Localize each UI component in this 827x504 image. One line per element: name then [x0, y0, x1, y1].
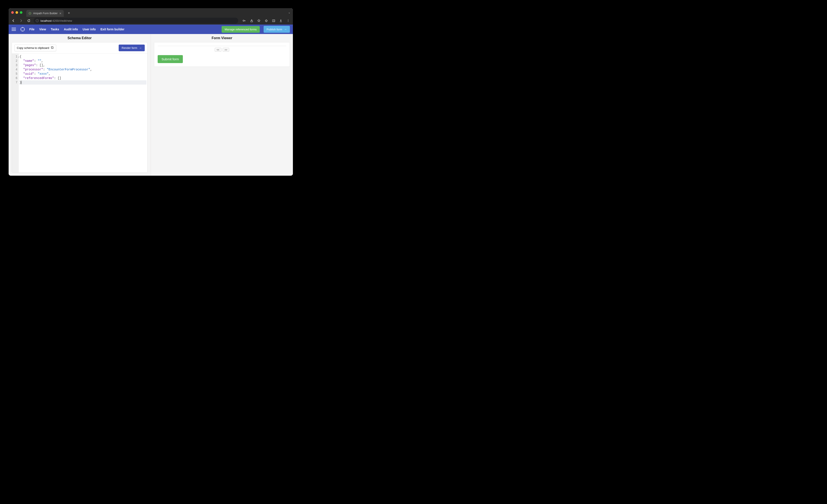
menu-user-info[interactable]: User info [83, 28, 96, 31]
browser-tab[interactable]: Ampath Form Builder ✕ [26, 10, 64, 17]
svg-point-9 [288, 21, 288, 22]
code-editor[interactable]: 1▾234567 { "name": "", "pages": [], "pro… [12, 54, 147, 172]
menu-tasks[interactable]: Tasks [51, 28, 59, 31]
copy-schema-label: Copy schema to clipboard [17, 46, 49, 50]
form-viewer-title: Form Viewer [151, 34, 293, 42]
menu-exit[interactable]: Exit form builder [100, 28, 124, 31]
extensions-icon[interactable] [263, 18, 269, 24]
copy-icon [51, 46, 54, 50]
tab-close-icon[interactable]: ✕ [59, 12, 62, 15]
svg-point-2 [243, 20, 244, 21]
form-viewer-panel: Form Viewer << >> Submit form [151, 34, 293, 176]
publish-form-button[interactable]: Publish form → [263, 26, 290, 33]
menu-bar: File View Tasks Audit info User info Exi… [29, 28, 125, 31]
share-icon[interactable] [248, 18, 254, 24]
browser-tab-strip: Ampath Form Builder ✕ ＋ ⌄ [9, 8, 293, 17]
editor-toolbar: Copy schema to clipboard Render form → [12, 42, 147, 54]
app-toolbar: File View Tasks Audit info User info Exi… [9, 24, 293, 34]
hamburger-menu-icon[interactable] [12, 28, 16, 31]
kebab-menu-icon[interactable] [285, 18, 291, 24]
address-bar[interactable]: i localhost:4200/#/edit/new [34, 18, 238, 24]
publish-form-label: Publish form [266, 28, 282, 31]
schema-editor-title: Schema Editor [9, 34, 151, 42]
window-maximize-button[interactable] [20, 11, 22, 14]
site-info-icon[interactable]: i [36, 19, 39, 22]
manage-referenced-forms-button[interactable]: Manage referenced forms [222, 26, 260, 33]
svg-point-7 [288, 19, 288, 20]
menu-file[interactable]: File [29, 28, 35, 31]
form-pager: << >> [158, 46, 286, 52]
svg-rect-4 [272, 19, 275, 21]
arrow-right-icon: → [139, 46, 142, 50]
forward-button[interactable] [18, 18, 24, 24]
key-icon[interactable] [241, 18, 247, 24]
tab-title: Ampath Form Builder [33, 12, 57, 15]
profile-icon[interactable] [278, 18, 284, 24]
svg-point-11 [22, 27, 23, 28]
panel-icon[interactable] [271, 18, 277, 24]
app-logo-icon [20, 27, 26, 32]
svg-point-1 [30, 13, 30, 14]
menu-audit-info[interactable]: Audit info [64, 28, 78, 31]
window-minimize-button[interactable] [15, 11, 18, 14]
render-form-label: Render form [122, 46, 137, 50]
copy-schema-button[interactable]: Copy schema to clipboard [14, 45, 56, 51]
favicon-icon [29, 12, 32, 15]
browser-toolbar: i localhost:4200/#/edit/new [9, 17, 293, 24]
window-close-button[interactable] [11, 11, 14, 14]
url-text: localhost:4200/#/edit/new [41, 19, 72, 22]
line-number-gutter: 1▾234567 [12, 54, 19, 172]
pager-next-button[interactable]: >> [223, 48, 229, 52]
menu-view[interactable]: View [39, 28, 46, 31]
render-form-button[interactable]: Render form → [119, 45, 145, 51]
manage-referenced-forms-label: Manage referenced forms [225, 28, 257, 31]
window-controls [11, 11, 22, 14]
arrow-right-icon: → [284, 28, 287, 31]
submit-form-button[interactable]: Submit form [158, 55, 183, 63]
reload-button[interactable] [26, 18, 32, 24]
svg-point-8 [288, 20, 288, 21]
new-tab-button[interactable]: ＋ [67, 11, 70, 15]
code-content[interactable]: { "name": "", "pages": [], "processor": … [19, 54, 147, 172]
bookmark-star-icon[interactable] [256, 18, 262, 24]
schema-editor-panel: Schema Editor Copy schema to clipboard R… [9, 34, 151, 176]
pager-prev-button[interactable]: << [215, 48, 222, 52]
tabs-overflow-icon[interactable]: ⌄ [288, 11, 290, 14]
back-button[interactable] [10, 18, 16, 24]
svg-point-6 [280, 20, 282, 21]
